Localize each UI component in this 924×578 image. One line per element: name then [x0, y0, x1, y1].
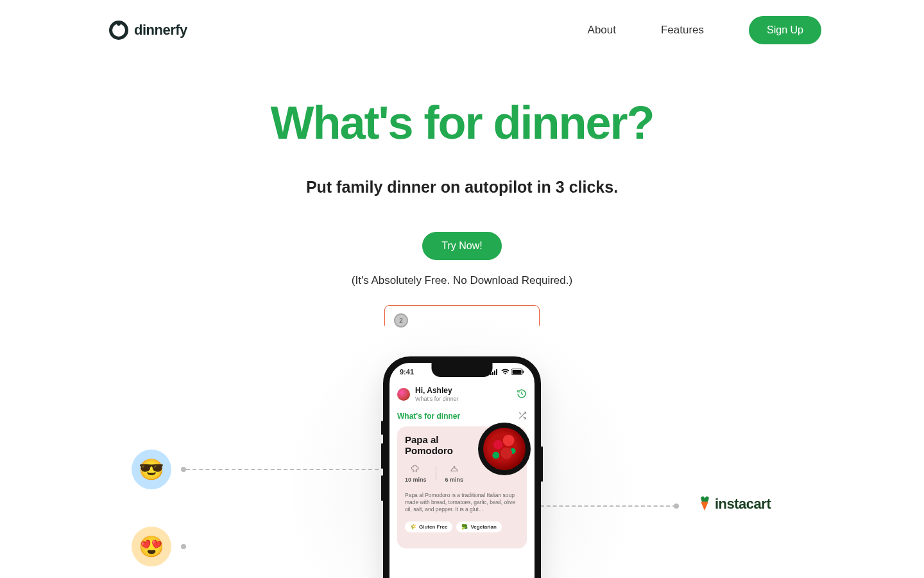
greet-name: Hi, Ashley — [415, 386, 459, 395]
user-avatar-icon — [397, 388, 410, 401]
dish-name: Papa al Pomodoro — [405, 434, 475, 457]
instacart-logo: instacart — [698, 496, 771, 512]
broccoli-icon: 🥦 — [461, 524, 468, 530]
tag-gluten-free: 🌾 Gluten Free — [405, 521, 452, 532]
hero-section: What's for dinner? Put family dinner on … — [0, 96, 924, 338]
instacart-wordmark: instacart — [715, 496, 771, 512]
hero-headline: What's for dinner? — [0, 96, 924, 149]
phone-mockup: 9:41 Hi, Ashley What's for dinner What's… — [383, 356, 541, 578]
top-nav: dinnerfy About Features Sign Up — [0, 0, 924, 44]
nav-features[interactable]: Features — [661, 24, 704, 37]
cook-time: 6 mins — [445, 464, 464, 483]
connector-dot — [674, 504, 679, 509]
phone-notch — [432, 363, 493, 377]
connector-line — [540, 505, 676, 507]
history-icon[interactable] — [517, 389, 527, 400]
greeting-row: Hi, Ashley What's for dinner — [397, 386, 527, 402]
try-now-button[interactable]: Try Now! — [422, 232, 501, 260]
svg-rect-3 — [496, 369, 497, 375]
wheat-icon: 🌾 — [410, 524, 416, 530]
wifi-icon — [501, 369, 509, 375]
svg-rect-1 — [492, 372, 493, 375]
dish-photo — [478, 423, 531, 475]
hero-subhead: Put family dinner on autopilot in 3 clic… — [0, 178, 924, 197]
medal-rank: 2 — [394, 313, 408, 328]
svg-rect-2 — [494, 371, 495, 375]
phone-section-title: What's for dinner — [397, 412, 460, 421]
nav-links: About Features Sign Up — [588, 16, 821, 44]
connector-dot — [181, 544, 186, 549]
family-avatar-2: 😍 — [132, 527, 171, 566]
family-avatar-1: 😎 — [132, 450, 171, 489]
carrot-icon — [698, 498, 711, 511]
brand-name: dinnerfy — [134, 22, 187, 39]
svg-point-11 — [454, 466, 455, 468]
svg-rect-6 — [523, 371, 524, 373]
connector-line — [186, 469, 379, 470]
battery-icon — [511, 369, 524, 375]
shuffle-icon[interactable] — [518, 411, 527, 421]
cloche-icon — [445, 464, 464, 475]
hero-note: (It's Absolutely Free. No Download Requi… — [0, 274, 924, 287]
phone-clock: 9:41 — [400, 368, 414, 376]
svg-rect-5 — [513, 370, 522, 374]
phone-status-icons — [490, 368, 524, 376]
dish-description: Papa al Pomodoro is a traditional Italia… — [405, 492, 519, 514]
tag-vegetarian: 🥦 Vegetarian — [456, 521, 501, 532]
chef-hat-icon — [405, 464, 427, 475]
signup-button[interactable]: Sign Up — [749, 16, 821, 44]
svg-line-9 — [519, 412, 521, 414]
brand-logo[interactable]: dinnerfy — [109, 21, 187, 40]
connector-dot — [181, 467, 186, 472]
greet-sub: What's for dinner — [415, 396, 459, 402]
nav-about[interactable]: About — [588, 24, 616, 37]
prep-time: 10 mins — [405, 464, 427, 483]
dinnerfy-logo-icon — [109, 21, 128, 40]
recipe-card[interactable]: Papa al Pomodoro 10 mins 6 mins — [397, 426, 527, 548]
